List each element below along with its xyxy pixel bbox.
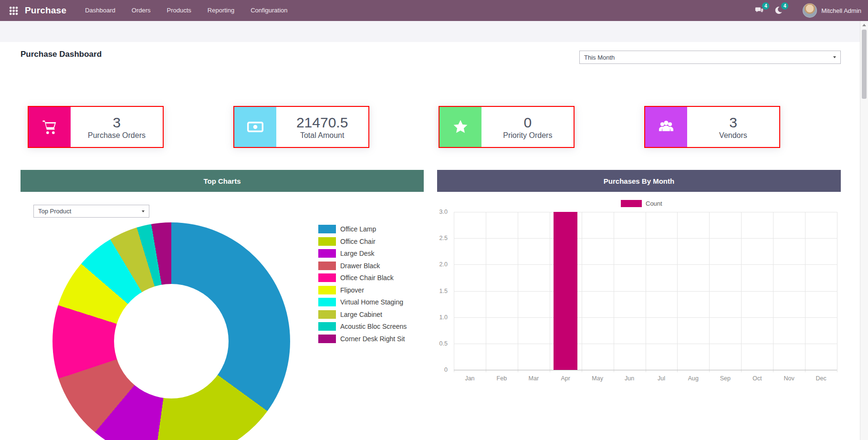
navbar-right: 4 4 Mitchell Admin xyxy=(752,3,861,18)
kpi-card-total-amount[interactable]: 21470.5 Total Amount xyxy=(233,106,369,148)
gridline xyxy=(709,212,710,372)
legend-swatch xyxy=(318,286,336,294)
kpi-value: 21470.5 xyxy=(296,115,348,130)
gridline xyxy=(454,370,837,370)
donut-legend-item[interactable]: Large Cabinet xyxy=(318,310,407,319)
kpi-body: 3 Vendors xyxy=(687,107,779,147)
purchases-by-month-header: Purchases By Month xyxy=(437,170,841,192)
x-tick-dec: Dec xyxy=(805,375,837,382)
donut-legend-item[interactable]: Office Chair xyxy=(318,237,407,246)
gridline xyxy=(454,238,837,239)
x-tick-jul: Jul xyxy=(646,375,678,382)
legend-label: Drawer Black xyxy=(340,262,380,270)
legend-swatch xyxy=(318,322,336,331)
messages-badge: 4 xyxy=(762,2,769,10)
menu-item-products[interactable]: Products xyxy=(159,0,199,21)
top-menu: DashboardOrdersProductsReportingConfigur… xyxy=(77,0,295,21)
gridline xyxy=(454,212,837,212)
legend-label: Acoustic Bloc Screens xyxy=(340,323,407,330)
legend-label: Office Chair Black xyxy=(340,274,394,282)
legend-label: Large Cabinet xyxy=(340,311,382,318)
navbar-left: Purchase DashboardOrdersProductsReportin… xyxy=(6,0,296,21)
vertical-scrollbar[interactable] xyxy=(860,21,868,440)
y-tick-label: 0.5 xyxy=(439,340,448,347)
y-tick-label: 1.5 xyxy=(439,288,448,294)
kpi-label: Vendors xyxy=(719,131,747,140)
donut-chart[interactable] xyxy=(52,222,290,440)
users-icon xyxy=(658,118,675,136)
gridline xyxy=(741,212,742,372)
top-charts-header: Top Charts xyxy=(21,170,424,192)
gridline xyxy=(646,212,646,372)
kpi-body: 3 Purchase Orders xyxy=(71,107,163,147)
legend-swatch xyxy=(318,249,336,258)
legend-swatch xyxy=(318,262,336,270)
top-product-value: Top Product xyxy=(38,208,71,215)
x-tick-jan: Jan xyxy=(454,375,486,382)
donut-legend-item[interactable]: Office Lamp xyxy=(318,225,407,234)
legend-label: Flipover xyxy=(340,286,364,294)
gridline xyxy=(677,212,678,372)
donut-legend-item[interactable]: Flipover xyxy=(318,286,407,295)
donut-legend-item[interactable]: Office Chair Black xyxy=(318,273,407,283)
bar-apr[interactable] xyxy=(554,212,577,370)
donut-legend-item[interactable]: Large Desk xyxy=(318,249,407,258)
donut-legend-item[interactable]: Drawer Black xyxy=(318,262,407,271)
top-navbar: Purchase DashboardOrdersProductsReportin… xyxy=(0,0,868,21)
donut-legend-item[interactable]: Acoustic Bloc Screens xyxy=(318,322,407,331)
legend-swatch xyxy=(318,225,336,233)
bar-chart-plot xyxy=(454,212,837,370)
y-tick-label: 3.0 xyxy=(439,209,448,215)
gridline xyxy=(454,344,837,344)
donut-legend-item[interactable]: Virtual Home Staging xyxy=(318,298,407,307)
kpi-icon-block xyxy=(645,107,687,147)
legend-swatch xyxy=(318,310,336,319)
period-filter-value: This Month xyxy=(584,54,615,61)
menu-item-dashboard[interactable]: Dashboard xyxy=(77,0,124,21)
control-panel-band xyxy=(0,21,860,42)
user-menu[interactable]: Mitchell Admin xyxy=(803,3,861,18)
apps-grid-icon[interactable] xyxy=(9,6,18,15)
kpi-value: 3 xyxy=(113,115,121,130)
x-tick-mar: Mar xyxy=(518,375,550,382)
x-tick-oct: Oct xyxy=(741,375,773,382)
gridline xyxy=(837,212,837,372)
legend-swatch xyxy=(318,335,336,343)
scrollbar-thumb[interactable] xyxy=(862,30,867,99)
purchase-dashboard-window: Purchase DashboardOrdersProductsReportin… xyxy=(0,0,868,440)
kpi-value: 0 xyxy=(523,115,532,130)
scroll-up-icon[interactable] xyxy=(862,24,866,26)
x-tick-nov: Nov xyxy=(773,375,805,382)
activities-button[interactable]: 4 xyxy=(771,3,785,18)
kpi-card-priority-orders[interactable]: 0 Priority Orders xyxy=(439,106,575,148)
gridline xyxy=(773,212,774,372)
gridline xyxy=(550,212,550,372)
bar-chart-y-axis: 3.02.52.01.51.00.50 xyxy=(428,212,450,370)
kpi-label: Purchase Orders xyxy=(88,131,146,140)
donut-legend: Office LampOffice ChairLarge DeskDrawer … xyxy=(318,225,407,346)
x-tick-jun: Jun xyxy=(614,375,646,382)
y-tick-label: 1.0 xyxy=(439,314,448,321)
top-product-select[interactable]: Top Product xyxy=(33,205,149,218)
menu-item-reporting[interactable]: Reporting xyxy=(199,0,242,21)
y-tick-label: 2.5 xyxy=(439,235,448,241)
kpi-body: 0 Priority Orders xyxy=(481,107,574,147)
gridline xyxy=(454,264,837,265)
donut-legend-item[interactable]: Corner Desk Right Sit xyxy=(318,335,407,344)
legend-label: Office Lamp xyxy=(340,225,376,233)
menu-item-configuration[interactable]: Configuration xyxy=(242,0,295,21)
period-filter-select[interactable]: This Month xyxy=(579,51,841,64)
messages-button[interactable]: 4 xyxy=(752,3,766,18)
bar-chart-legend[interactable]: Count xyxy=(621,200,662,207)
kpi-card-purchase-orders[interactable]: 3 Purchase Orders xyxy=(28,106,164,148)
bar-chart-x-axis: JanFebMarAprMayJunJulAugSepOctNovDec xyxy=(454,375,837,382)
x-tick-aug: Aug xyxy=(677,375,709,382)
menu-item-orders[interactable]: Orders xyxy=(124,0,159,21)
app-name[interactable]: Purchase xyxy=(25,5,66,16)
legend-label: Large Desk xyxy=(340,250,375,257)
chevron-down-icon xyxy=(833,56,836,58)
legend-swatch xyxy=(318,298,336,306)
legend-label: Office Chair xyxy=(340,238,376,245)
x-tick-sep: Sep xyxy=(709,375,741,382)
kpi-card-vendors[interactable]: 3 Vendors xyxy=(644,106,780,148)
